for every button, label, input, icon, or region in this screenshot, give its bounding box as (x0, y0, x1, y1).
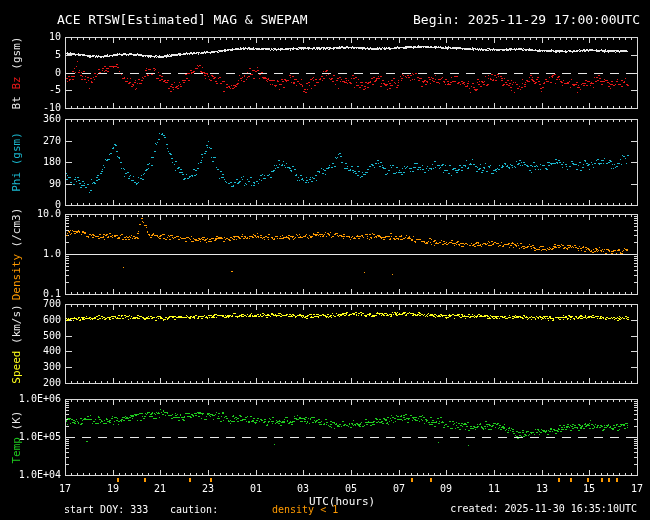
axis-title-part: (/cm3) (10, 208, 23, 254)
y-tick-label-temp: 1.0E+04 (0, 470, 61, 480)
x-tick-label: 01 (243, 484, 269, 494)
ace-rtsw-plot: ACE RTSW[Estimated] MAG & SWEPAM Begin: … (0, 0, 650, 520)
x-tick-label: 13 (529, 484, 555, 494)
chart-canvas (0, 0, 650, 520)
x-tick-label: 21 (147, 484, 173, 494)
x-tick-label: 17 (52, 484, 78, 494)
plot-title: ACE RTSW[Estimated] MAG & SWEPAM (57, 12, 307, 27)
y-tick-label-phi: 360 (0, 114, 61, 124)
axis-title-part: Bz (10, 76, 23, 96)
axis-title-density: Density (/cm3) (10, 208, 23, 301)
axis-title-part: Temp (10, 437, 23, 464)
axis-title-part: (K) (10, 411, 23, 438)
x-tick-label: 17 (624, 484, 650, 494)
axis-title-part: (gsm) (10, 36, 23, 76)
x-tick-label: 07 (386, 484, 412, 494)
x-tick-label: 23 (195, 484, 221, 494)
begin-timestamp: Begin: 2025-11-29 17:00:00UTC (413, 12, 640, 27)
axis-title-phi: Phi (gsm) (10, 132, 23, 192)
x-tick-label: 05 (338, 484, 364, 494)
y-tick-label-temp: 1.0E+06 (0, 394, 61, 404)
axis-title-bt-bz: Bt Bz (gsm) (10, 36, 23, 109)
axis-title-speed: Speed (km/s) (10, 304, 23, 383)
caution-value: density < 1 (272, 504, 338, 515)
x-tick-label: 11 (481, 484, 507, 494)
axis-title-part: (km/s) (10, 304, 23, 350)
axis-title-temp: Temp (K) (10, 411, 23, 464)
x-tick-label: 19 (100, 484, 126, 494)
created-timestamp: created: 2025-11-30 16:35:10UTC (450, 503, 637, 514)
axis-title-part: Speed (10, 350, 23, 383)
start-doy-label: start DOY: 333 (64, 504, 148, 515)
axis-title-part: Bt (10, 96, 23, 109)
x-tick-label: 15 (576, 484, 602, 494)
x-tick-label: 09 (433, 484, 459, 494)
x-tick-label: 03 (290, 484, 316, 494)
axis-title-part: Phi (gsm) (10, 132, 23, 192)
caution-label: caution: (170, 504, 218, 515)
axis-title-part: Density (10, 254, 23, 300)
